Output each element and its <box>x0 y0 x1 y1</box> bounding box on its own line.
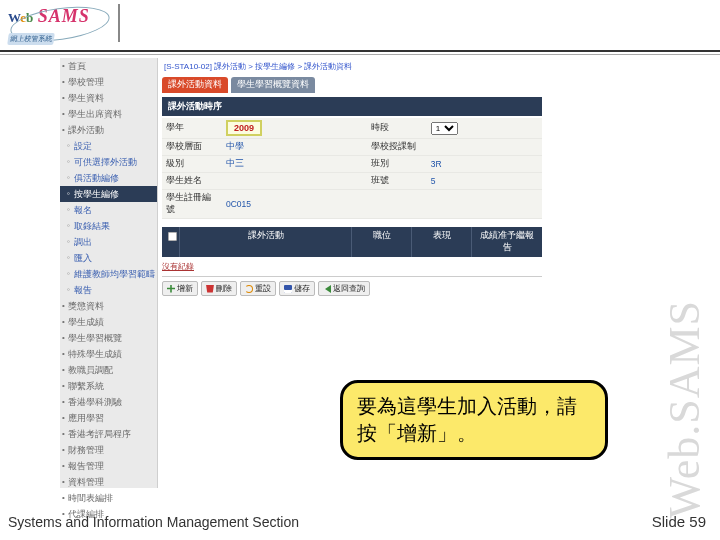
form-value-3 <box>222 173 367 190</box>
tab-bar: 課外活動資料學生學習概覽資料 <box>158 75 546 95</box>
rule-thick <box>0 50 720 52</box>
tab-0[interactable]: 課外活動資料 <box>162 77 228 93</box>
form-rvalue-3: 5 <box>427 173 542 190</box>
sidebar-item-13[interactable]: 維護教師均學習範疇 <box>60 266 157 282</box>
form-rvalue-2: 3R <box>427 156 542 173</box>
sidebar-item-27[interactable]: 時間表編排 <box>60 490 157 506</box>
form-label-2: 級別 <box>162 156 222 173</box>
btn-label: 返回查詢 <box>333 283 365 294</box>
trash-icon <box>206 285 214 293</box>
grid-header: 課外活動 職位 表現 成績准予繼報告 <box>162 227 542 257</box>
form-rvalue-0: 1 <box>427 118 542 139</box>
sidebar-item-1[interactable]: 學校管理 <box>60 74 157 90</box>
sidebar-item-12[interactable]: 匯入 <box>60 250 157 266</box>
sidebar-item-21[interactable]: 香港學科測驗 <box>60 394 157 410</box>
tab-1[interactable]: 學生學習概覽資料 <box>231 77 315 93</box>
save-icon <box>284 285 292 293</box>
nav-sidebar: 首頁學校管理學生資料學生出席資料課外活動設定可供選擇外活動俱活動編修按學生編修報… <box>60 58 158 488</box>
form-value-4: 0C015 <box>222 190 367 219</box>
btn-label: 刪除 <box>216 283 232 294</box>
sidebar-item-14[interactable]: 報告 <box>60 282 157 298</box>
detail-form: 學年2009時段1學校層面中學學校授課制級別中三班別3R學生姓名班號5學生註冊編… <box>162 118 542 219</box>
select-all-checkbox[interactable] <box>168 232 177 241</box>
form-label-3: 學生姓名 <box>162 173 222 190</box>
form-label-1: 學校層面 <box>162 139 222 156</box>
btn-label: 重設 <box>255 283 271 294</box>
action-bar: 增新刪除重設儲存返回查詢 <box>158 277 546 300</box>
col-performance: 表現 <box>412 227 472 257</box>
breadcrumb: [S-STA10-02] 課外活動 > 按學生編修 > 課外活動資料 <box>158 58 546 75</box>
btn-刪除[interactable]: 刪除 <box>201 281 237 296</box>
col-report: 成績准予繼報告 <box>472 227 542 257</box>
btn-label: 增新 <box>177 283 193 294</box>
sidebar-item-26[interactable]: 資料管理 <box>60 474 157 490</box>
form-rvalue-1 <box>427 139 542 156</box>
instruction-callout: 要為這學生加入活動，請按「增新」。 <box>340 380 608 460</box>
sidebar-item-7[interactable]: 俱活動編修 <box>60 170 157 186</box>
sidebar-item-25[interactable]: 報告管理 <box>60 458 157 474</box>
form-value-0: 2009 <box>222 118 367 139</box>
btn-增新[interactable]: 增新 <box>162 281 198 296</box>
form-rlabel-1: 學校授課制 <box>367 139 427 156</box>
sidebar-item-16[interactable]: 學生成績 <box>60 314 157 330</box>
sidebar-item-0[interactable]: 首頁 <box>60 58 157 74</box>
sidebar-item-5[interactable]: 設定 <box>60 138 157 154</box>
reset-icon <box>245 285 253 293</box>
btn-儲存[interactable]: 儲存 <box>279 281 315 296</box>
col-activity: 課外活動 <box>180 227 352 257</box>
plus-icon <box>167 285 175 293</box>
no-record-note[interactable]: 沒有紀錄 <box>162 261 542 272</box>
form-rlabel-3: 班號 <box>367 173 427 190</box>
back-arrow-icon <box>323 285 331 293</box>
sidebar-item-24[interactable]: 財務管理 <box>60 442 157 458</box>
sidebar-item-2[interactable]: 學生資料 <box>60 90 157 106</box>
sidebar-item-4[interactable]: 課外活動 <box>60 122 157 138</box>
form-value-2: 中三 <box>222 156 367 173</box>
sidebar-item-15[interactable]: 獎懲資料 <box>60 298 157 314</box>
sidebar-item-3[interactable]: 學生出席資料 <box>60 106 157 122</box>
form-rlabel-4 <box>367 190 427 219</box>
logo-divider <box>118 4 120 42</box>
footer-slide: Slide 59 <box>652 513 706 530</box>
footer-section: Systems and Information Management Secti… <box>8 514 299 530</box>
form-label-0: 學年 <box>162 118 222 139</box>
form-label-4: 學生註冊編號 <box>162 190 222 219</box>
rule-thin <box>0 54 720 55</box>
form-rvalue-4 <box>427 190 542 219</box>
period-select[interactable]: 1 <box>431 122 458 135</box>
websams-watermark: Web.SAMS <box>659 300 710 518</box>
sidebar-item-23[interactable]: 香港考評局程序 <box>60 426 157 442</box>
section-title: 課外活動時序 <box>162 97 542 116</box>
sidebar-item-20[interactable]: 聯繫系統 <box>60 378 157 394</box>
sidebar-item-8[interactable]: 按學生編修 <box>60 186 157 202</box>
btn-返回查詢[interactable]: 返回查詢 <box>318 281 370 296</box>
btn-label: 儲存 <box>294 283 310 294</box>
sidebar-item-22[interactable]: 應用學習 <box>60 410 157 426</box>
form-value-1: 中學 <box>222 139 367 156</box>
sidebar-item-17[interactable]: 學生學習概覽 <box>60 330 157 346</box>
sidebar-item-19[interactable]: 教職員調配 <box>60 362 157 378</box>
form-rlabel-0: 時段 <box>367 118 427 139</box>
websams-logo: Web SAMS 網上校管系統 <box>8 6 118 42</box>
col-position: 職位 <box>352 227 412 257</box>
sidebar-item-11[interactable]: 調出 <box>60 234 157 250</box>
sidebar-item-18[interactable]: 特殊學生成績 <box>60 346 157 362</box>
sidebar-item-6[interactable]: 可供選擇外活動 <box>60 154 157 170</box>
sidebar-item-10[interactable]: 取錄結果 <box>60 218 157 234</box>
sidebar-item-9[interactable]: 報名 <box>60 202 157 218</box>
btn-重設[interactable]: 重設 <box>240 281 276 296</box>
form-rlabel-2: 班別 <box>367 156 427 173</box>
